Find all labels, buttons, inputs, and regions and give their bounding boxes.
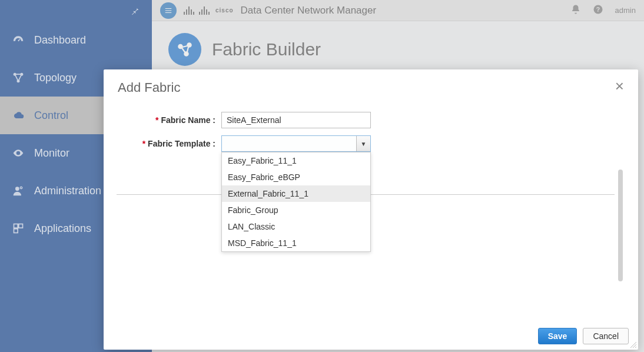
cancel-button[interactable]: Cancel xyxy=(583,328,629,344)
fabric-template-dropdown: Easy_Fabric_11_1 Easy_Fabric_eBGP Extern… xyxy=(221,152,371,252)
fabric-name-label: *Fabric Name : xyxy=(115,115,221,125)
dropdown-option[interactable]: MSD_Fabric_11_1 xyxy=(222,235,370,251)
dropdown-option[interactable]: Easy_Fabric_11_1 xyxy=(222,152,370,169)
fabric-template-input[interactable] xyxy=(222,136,356,151)
dropdown-option[interactable]: LAN_Classic xyxy=(222,218,370,235)
fabric-template-label: *Fabric Template : xyxy=(115,139,221,148)
add-fabric-modal: Add Fabric × *Fabric Name : *Fabric Temp… xyxy=(104,69,638,350)
fabric-template-combobox[interactable]: ▼ xyxy=(221,135,371,152)
chevron-down-icon[interactable]: ▼ xyxy=(356,136,370,151)
scrollbar[interactable] xyxy=(618,170,623,346)
save-button[interactable]: Save xyxy=(538,328,577,344)
modal-footer: Save Cancel xyxy=(104,323,638,350)
modal-title: Add Fabric xyxy=(118,80,180,95)
close-icon[interactable]: × xyxy=(615,80,624,92)
dropdown-option[interactable]: External_Fabric_11_1 xyxy=(222,185,370,202)
fabric-name-input[interactable] xyxy=(221,112,371,128)
dropdown-option[interactable]: Fabric_Group xyxy=(222,202,370,218)
dropdown-option[interactable]: Easy_Fabric_eBGP xyxy=(222,169,370,185)
